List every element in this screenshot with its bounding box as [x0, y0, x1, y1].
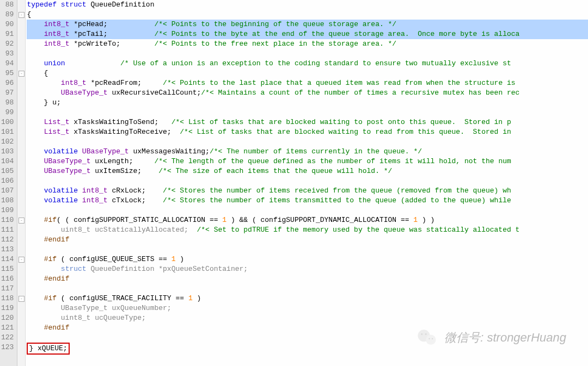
- fold-marker[interactable]: [17, 157, 25, 166]
- code-area[interactable]: typedef struct QueueDefinition{ int8_t *…: [26, 0, 588, 366]
- code-line[interactable]: UBaseType_t uxQueueNumber;: [27, 303, 588, 313]
- code-line[interactable]: [27, 333, 588, 343]
- line-number: 100: [1, 117, 15, 127]
- code-line[interactable]: int8_t *pcTail; /*< Points to the byte a…: [27, 29, 588, 39]
- code-line[interactable]: volatile int8_t cTxLock; /*< Stores the …: [27, 196, 588, 206]
- code-line[interactable]: int8_t *pcWriteTo; /*< Points to the fre…: [27, 39, 588, 49]
- code-line[interactable]: {: [27, 69, 588, 78]
- fold-marker[interactable]: [17, 39, 25, 49]
- code-line[interactable]: uint8_t ucQueueType;: [27, 313, 588, 323]
- fold-marker[interactable]: [17, 78, 25, 88]
- code-line[interactable]: struct QueueDefinition *pxQueueSetContai…: [27, 264, 588, 274]
- code-line[interactable]: [27, 137, 588, 147]
- fold-marker[interactable]: -: [17, 255, 25, 264]
- code-line[interactable]: [27, 176, 588, 186]
- fold-marker[interactable]: [17, 186, 25, 196]
- line-number: 123: [1, 343, 15, 352]
- fold-marker[interactable]: [17, 235, 25, 245]
- line-number: 106: [1, 176, 15, 186]
- line-number: 121: [1, 323, 15, 333]
- fold-marker[interactable]: [17, 264, 25, 274]
- line-number: 101: [1, 127, 15, 137]
- code-line[interactable]: #endif: [27, 274, 588, 284]
- fold-marker[interactable]: [17, 137, 25, 147]
- fold-marker[interactable]: [17, 147, 25, 157]
- code-line[interactable]: volatile UBaseType_t uxMessagesWaiting;/…: [27, 147, 588, 157]
- line-number: 112: [1, 235, 15, 245]
- fold-marker[interactable]: [17, 29, 25, 39]
- fold-marker[interactable]: -: [17, 294, 25, 303]
- fold-marker[interactable]: [17, 117, 25, 127]
- line-number: 118: [1, 294, 15, 303]
- code-line[interactable]: UBaseType_t uxLength; /*< The length of …: [27, 157, 588, 166]
- code-line[interactable]: [27, 284, 588, 294]
- code-line[interactable]: union /* Use of a union is an exception …: [27, 59, 588, 69]
- fold-marker[interactable]: -: [17, 215, 25, 225]
- code-line[interactable]: typedef struct QueueDefinition: [27, 0, 588, 10]
- line-number: 99: [1, 108, 15, 117]
- code-line[interactable]: #if ( configUSE_QUEUE_SETS == 1 ): [27, 255, 588, 264]
- line-number: 117: [1, 284, 15, 294]
- line-number: 95: [1, 69, 15, 78]
- fold-marker[interactable]: -: [17, 10, 25, 20]
- fold-marker[interactable]: [17, 313, 25, 323]
- fold-marker[interactable]: [17, 274, 25, 284]
- code-line[interactable]: volatile int8_t cRxLock; /*< Stores the …: [27, 186, 588, 196]
- code-line[interactable]: #endif: [27, 323, 588, 333]
- fold-marker[interactable]: -: [17, 69, 25, 78]
- line-number: 113: [1, 245, 15, 255]
- line-number: 104: [1, 157, 15, 166]
- code-line[interactable]: } xQUEUE;: [27, 343, 588, 352]
- fold-marker[interactable]: [17, 0, 25, 10]
- fold-marker[interactable]: [17, 225, 25, 235]
- code-line[interactable]: UBaseType_t uxItemSize; /*< The size of …: [27, 166, 588, 176]
- fold-marker[interactable]: [17, 303, 25, 313]
- fold-marker[interactable]: [17, 127, 25, 137]
- code-line[interactable]: } u;: [27, 98, 588, 108]
- code-line[interactable]: [27, 245, 588, 255]
- line-number: 97: [1, 88, 15, 98]
- fold-marker[interactable]: [17, 108, 25, 117]
- line-number: 102: [1, 137, 15, 147]
- fold-marker[interactable]: [17, 196, 25, 206]
- fold-marker[interactable]: [17, 343, 25, 352]
- code-line[interactable]: int8_t *pcReadFrom; /*< Points to the la…: [27, 78, 588, 88]
- fold-marker[interactable]: [17, 20, 25, 29]
- fold-marker[interactable]: [17, 98, 25, 108]
- fold-marker[interactable]: [17, 88, 25, 98]
- fold-marker[interactable]: [17, 59, 25, 69]
- code-line[interactable]: uint8_t ucStaticallyAllocated; /*< Set t…: [27, 225, 588, 235]
- code-line[interactable]: [27, 108, 588, 117]
- fold-marker[interactable]: [17, 333, 25, 343]
- highlight-box: } xQUEUE;: [27, 343, 69, 355]
- line-number: 88: [1, 0, 15, 10]
- code-line[interactable]: UBaseType_t uxRecursiveCallCount;/*< Mai…: [27, 88, 588, 98]
- fold-marker[interactable]: [17, 206, 25, 215]
- code-line[interactable]: #if( ( configSUPPORT_STATIC_ALLOCATION =…: [27, 215, 588, 225]
- fold-marker[interactable]: [17, 176, 25, 186]
- line-number: 103: [1, 147, 15, 157]
- code-line[interactable]: #endif: [27, 235, 588, 245]
- code-line[interactable]: [27, 206, 588, 215]
- line-number: 89: [1, 10, 15, 20]
- line-number: 93: [1, 49, 15, 59]
- fold-marker[interactable]: [17, 284, 25, 294]
- code-line[interactable]: int8_t *pcHead; /*< Points to the beginn…: [27, 20, 588, 29]
- fold-marker[interactable]: [17, 323, 25, 333]
- code-line[interactable]: [27, 49, 588, 59]
- line-number: 109: [1, 206, 15, 215]
- fold-marker[interactable]: [17, 245, 25, 255]
- line-number: 114: [1, 255, 15, 264]
- code-line[interactable]: List_t xTasksWaitingToSend; /*< List of …: [27, 117, 588, 127]
- code-line[interactable]: #if ( configUSE_TRACE_FACILITY == 1 ): [27, 294, 588, 303]
- line-number: 91: [1, 29, 15, 39]
- code-editor[interactable]: 8889909192939495969798991001011021031041…: [0, 0, 588, 366]
- fold-marker[interactable]: [17, 166, 25, 176]
- line-number: 108: [1, 196, 15, 206]
- fold-marker[interactable]: [17, 49, 25, 59]
- fold-column[interactable]: -----: [17, 0, 26, 366]
- code-line[interactable]: {: [27, 10, 588, 20]
- line-number: 116: [1, 274, 15, 284]
- line-number: 94: [1, 59, 15, 69]
- code-line[interactable]: List_t xTasksWaitingToReceive; /*< List …: [27, 127, 588, 137]
